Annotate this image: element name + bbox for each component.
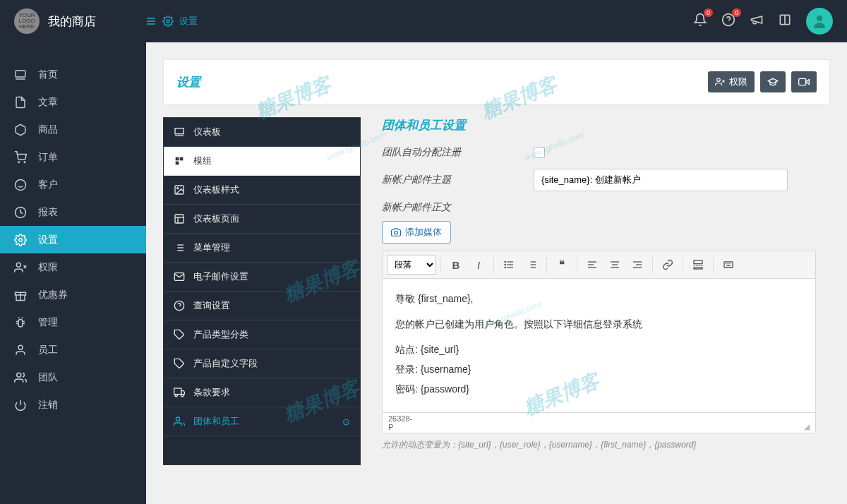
toolbar-toggle-button[interactable] bbox=[718, 255, 739, 275]
sidebar-item-teams[interactable]: 团队 bbox=[0, 364, 146, 391]
status-path: P bbox=[388, 423, 393, 431]
layout-icon bbox=[174, 213, 185, 224]
editor-line: 登录: {username} bbox=[395, 359, 803, 379]
link-button[interactable] bbox=[657, 255, 678, 275]
sidebar-item-label: 报表 bbox=[38, 206, 58, 219]
nav-label: 仪表板 bbox=[193, 126, 221, 138]
bug-icon bbox=[14, 316, 27, 329]
sidebar-item-permissions[interactable]: 权限 bbox=[0, 253, 146, 281]
training-button[interactable] bbox=[760, 71, 786, 92]
sidebar-item-products[interactable]: 商品 bbox=[0, 116, 146, 143]
button-label: 添加媒体 bbox=[405, 226, 442, 239]
announcement-button[interactable] bbox=[750, 13, 764, 30]
page-header: 设置 权限 bbox=[163, 59, 830, 104]
help-button[interactable]: 0 bbox=[721, 13, 735, 30]
sidebar-item-reports[interactable]: 报表 bbox=[0, 198, 146, 226]
quote-button[interactable]: ❝ bbox=[551, 255, 572, 275]
plugin-icon bbox=[174, 155, 185, 167]
format-select[interactable]: 段落 bbox=[387, 255, 436, 275]
user-x-icon bbox=[14, 261, 27, 274]
sidebar-item-logout[interactable]: 注销 bbox=[0, 391, 146, 419]
sidebar-item-home[interactable]: 首页 bbox=[0, 61, 146, 88]
notifications-button[interactable]: 0 bbox=[693, 13, 707, 30]
user-avatar[interactable] bbox=[806, 8, 833, 35]
settings-nav-menu[interactable]: 菜单管理 bbox=[164, 234, 360, 263]
bullet-list-button[interactable] bbox=[498, 255, 519, 275]
sidebar-item-staff[interactable]: 员工 bbox=[0, 336, 146, 364]
svg-point-14 bbox=[19, 238, 23, 241]
svg-point-21 bbox=[18, 345, 23, 349]
sidebar-item-manage[interactable]: 管理 bbox=[0, 308, 146, 336]
align-right-icon bbox=[632, 259, 643, 270]
docs-button[interactable] bbox=[778, 13, 792, 30]
svg-point-5 bbox=[817, 16, 822, 21]
align-left-button[interactable] bbox=[582, 255, 603, 275]
cart-icon bbox=[14, 151, 27, 164]
settings-nav-dashboard-pages[interactable]: 仪表板页面 bbox=[164, 205, 360, 234]
settings-nav-modules[interactable]: 模组 bbox=[164, 147, 360, 176]
sidebar-item-settings[interactable]: 设置 bbox=[0, 226, 146, 253]
auto-assign-checkbox[interactable] bbox=[534, 147, 545, 158]
nav-label: 产品自定义字段 bbox=[193, 357, 258, 370]
user-x-icon bbox=[715, 77, 725, 87]
svg-point-57 bbox=[505, 261, 505, 262]
auto-assign-label: 团队自动分配注册 bbox=[382, 146, 534, 159]
settings-nav-terms[interactable]: 条款要求 bbox=[164, 378, 360, 407]
settings-nav-groups-staff[interactable]: 团体和员工⊙ bbox=[164, 407, 360, 436]
svg-rect-33 bbox=[176, 162, 179, 165]
readmore-button[interactable] bbox=[687, 255, 709, 275]
svg-rect-28 bbox=[799, 78, 806, 85]
settings-nav-query[interactable]: 查询设置 bbox=[164, 292, 360, 320]
sidebar-item-label: 设置 bbox=[38, 234, 58, 246]
italic-button[interactable]: I bbox=[468, 255, 489, 275]
breadcrumb-toggle[interactable]: 设置 bbox=[145, 15, 198, 28]
video-button[interactable] bbox=[791, 71, 817, 92]
svg-rect-31 bbox=[176, 157, 179, 161]
sidebar-item-orders[interactable]: 订单 bbox=[0, 143, 146, 171]
sidebar-item-label: 客户 bbox=[38, 179, 58, 191]
add-media-button[interactable]: 添加媒体 bbox=[382, 221, 451, 244]
permissions-button[interactable]: 权限 bbox=[708, 71, 755, 92]
svg-rect-79 bbox=[726, 265, 730, 266]
image-icon bbox=[174, 184, 185, 196]
nav-label: 模组 bbox=[193, 155, 212, 167]
settings-nav-dashboard[interactable]: 仪表板 bbox=[164, 118, 360, 147]
settings-nav-email[interactable]: 电子邮件设置 bbox=[164, 263, 360, 292]
svg-point-24 bbox=[717, 78, 721, 82]
nav-label: 条款要求 bbox=[193, 386, 230, 399]
sidebar-item-articles[interactable]: 文章 bbox=[0, 88, 146, 116]
editor-toolbar: 段落 B I ❝ bbox=[382, 251, 816, 279]
align-center-button[interactable] bbox=[604, 255, 625, 275]
clock-icon bbox=[14, 206, 27, 219]
svg-point-8 bbox=[18, 162, 20, 163]
main-sidebar: 首页 文章 商品 订单 客户 报表 设置 权限 优惠券 管理 员工 团队 注销 bbox=[0, 42, 146, 504]
sidebar-item-label: 商品 bbox=[38, 124, 58, 136]
svg-rect-29 bbox=[175, 128, 184, 134]
user-icon bbox=[14, 344, 27, 356]
editor-body[interactable]: 尊敬 {first_name}, 您的帐户已创建为用户角色。按照以下详细信息登录… bbox=[382, 279, 816, 413]
bold-button[interactable]: B bbox=[445, 255, 467, 275]
svg-rect-78 bbox=[729, 263, 730, 264]
align-right-button[interactable] bbox=[627, 255, 648, 275]
ordered-list-icon bbox=[526, 259, 537, 270]
sidebar-item-customers[interactable]: 客户 bbox=[0, 171, 146, 198]
settings-nav-dashboard-style[interactable]: 仪表板样式 bbox=[164, 176, 360, 205]
gift-icon bbox=[14, 289, 27, 301]
align-left-icon bbox=[587, 259, 598, 270]
readmore-icon bbox=[692, 259, 704, 270]
settings-nav-custom-fields[interactable]: 产品自定义字段 bbox=[164, 349, 360, 378]
settings-nav-product-type[interactable]: 产品类型分类 bbox=[164, 320, 360, 349]
number-list-button[interactable] bbox=[521, 255, 542, 275]
users-icon bbox=[174, 416, 185, 427]
bell-badge: 0 bbox=[704, 8, 713, 17]
nav-label: 菜单管理 bbox=[193, 241, 230, 254]
mail-icon bbox=[174, 271, 185, 282]
sidebar-item-label: 团队 bbox=[38, 371, 58, 384]
status-text: 26328- bbox=[388, 414, 412, 423]
file-icon bbox=[14, 96, 27, 109]
svg-marker-27 bbox=[806, 80, 810, 85]
sidebar-item-coupons[interactable]: 优惠券 bbox=[0, 281, 146, 308]
subject-input[interactable] bbox=[534, 169, 788, 191]
resize-handle[interactable]: ◢ bbox=[804, 422, 810, 431]
nav-label: 团体和员工 bbox=[193, 415, 239, 428]
